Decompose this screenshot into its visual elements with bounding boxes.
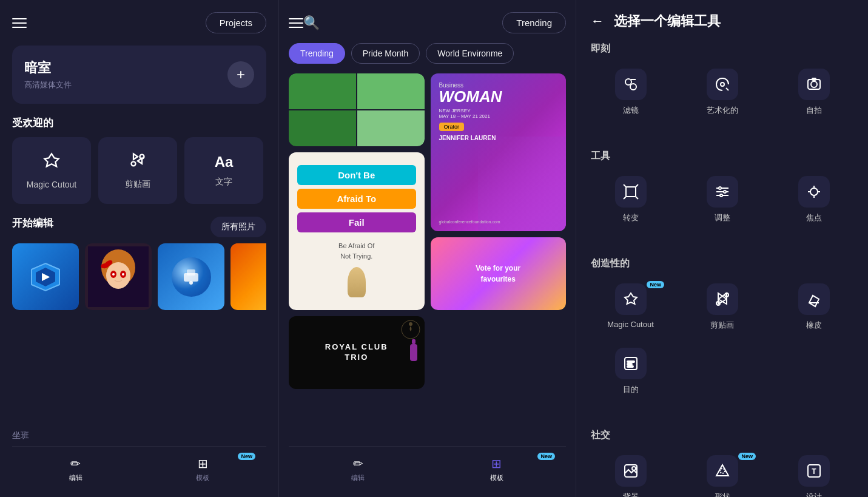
collage-icon-right — [707, 283, 738, 315]
edit-label-mid: 编辑 — [351, 473, 365, 482]
right-title: 选择一个编辑工具 — [614, 12, 721, 30]
nav-edit-left[interactable]: ✏ 编辑 — [12, 454, 140, 485]
tool-eraser[interactable]: 橡皮 — [774, 283, 853, 331]
svg-point-1 — [140, 154, 144, 158]
start-edit-title: 开始编辑 — [12, 216, 53, 230]
photo-orange[interactable] — [230, 243, 266, 310]
design-label: 设计 — [806, 492, 822, 497]
svg-point-10 — [112, 273, 115, 276]
mot-line1: Don't Be — [297, 165, 416, 185]
photo-sphere[interactable] — [158, 243, 224, 310]
tool-text[interactable]: Aa 文字 — [184, 137, 263, 204]
svg-point-24 — [721, 83, 724, 86]
add-button[interactable]: + — [227, 61, 254, 88]
photo-blue[interactable]: ▶ — [12, 243, 79, 310]
all-photos-button[interactable]: 所有照片 — [210, 217, 266, 237]
svg-line-32 — [636, 197, 638, 199]
hamburger-menu[interactable] — [12, 18, 27, 28]
social-header: 社交 — [591, 429, 853, 442]
text-label: 文字 — [215, 177, 232, 188]
vote-text: Vote for yourfavourites — [471, 258, 525, 289]
tool-collage-right[interactable]: 剪贴画 — [682, 283, 762, 331]
purpose-icon — [615, 348, 647, 379]
focus-icon — [798, 176, 830, 208]
tool-focus[interactable]: 焦点 — [774, 176, 853, 223]
template-royal-club[interactable]: ROYAL CLUBTRIO — [289, 316, 425, 389]
search-button[interactable]: 🔍 — [303, 15, 320, 31]
svg-text:T: T — [812, 467, 816, 476]
filter-icon — [615, 69, 647, 100]
instant-header: 即刻 — [591, 42, 853, 55]
projects-button-left[interactable]: Projects — [206, 12, 266, 33]
svg-point-7 — [106, 262, 130, 289]
svg-line-29 — [624, 184, 626, 187]
tools-tools-grid: 转变 调整 — [591, 176, 853, 223]
svg-point-39 — [810, 188, 818, 195]
tool-background[interactable]: 背景 — [591, 455, 670, 497]
template-motivational[interactable]: Don't Be Afraid To Fail Be Afraid OfNot … — [289, 152, 425, 310]
mot-line2: Afraid To — [297, 189, 416, 209]
panel-right: ← 选择一个编辑工具 即刻 滤镜 — [576, 0, 868, 497]
nav-edit-mid[interactable]: ✏ 编辑 — [289, 454, 428, 485]
eraser-icon — [798, 283, 830, 315]
svg-point-54 — [720, 468, 725, 473]
template-new-badge: New — [238, 453, 255, 460]
tool-adjust[interactable]: 调整 — [682, 176, 762, 223]
projects-button-mid[interactable]: Trending — [502, 12, 566, 33]
tab-trending[interactable]: Trending — [289, 43, 345, 64]
bw-person-silhouette — [478, 137, 566, 231]
bw-dates: NEW JERSEYMAY 18 – MAY 21 2021 — [439, 108, 558, 119]
template-business-woman[interactable]: Business WOMAN NEW JERSEYMAY 18 – MAY 21… — [431, 73, 567, 231]
collage-icon — [129, 152, 146, 173]
start-edit-header: 开始编辑 所有照片 — [12, 216, 266, 237]
tool-magic-cutout-right[interactable]: New Magic Cutout — [591, 283, 670, 331]
svg-marker-46 — [809, 296, 819, 306]
svg-point-16 — [189, 281, 193, 285]
tool-shape[interactable]: New 形状 — [682, 455, 762, 497]
template-icon: ⊞ — [198, 456, 208, 471]
background-label: 背景 — [623, 492, 639, 497]
svg-point-22 — [630, 84, 636, 90]
tool-selfie[interactable]: 自拍 — [774, 69, 853, 116]
tool-collage[interactable]: 剪贴画 — [98, 137, 177, 204]
hamburger-menu-mid[interactable] — [289, 18, 303, 28]
artistic-label: 艺术化的 — [707, 105, 738, 116]
section-creative: 创造性的 New Magic Cutout — [591, 257, 853, 336]
tool-transform[interactable]: 转变 — [591, 176, 670, 223]
focus-label: 焦点 — [806, 212, 822, 223]
edit-label: 编辑 — [69, 473, 82, 482]
tab-pride[interactable]: Pride Month — [351, 43, 420, 64]
tool-design[interactable]: T 设计 — [774, 455, 853, 497]
template-green-mosaic[interactable] — [289, 73, 425, 146]
mot-person — [348, 267, 366, 297]
template-label: 模板 — [196, 473, 209, 482]
artistic-icon — [707, 69, 738, 100]
photo-anime[interactable] — [85, 243, 152, 310]
svg-line-31 — [624, 197, 626, 199]
background-icon — [615, 455, 647, 487]
template-vote[interactable]: Vote for yourfavourites — [431, 237, 567, 310]
adjust-icon — [707, 176, 738, 208]
left-bottom-nav: ✏ 编辑 New ⊞ 模板 — [12, 446, 266, 485]
selfie-label: 自拍 — [806, 105, 822, 116]
magic-cutout-label: Magic Cutout — [27, 180, 76, 189]
right-header: ← 选择一个编辑工具 — [591, 12, 853, 30]
edit-icon-mid: ✏ — [353, 456, 363, 471]
tool-filter[interactable]: 滤镜 — [591, 69, 670, 116]
nav-template-left[interactable]: New ⊞ 模板 — [140, 454, 267, 485]
tool-magic-cutout[interactable]: Magic Cutout — [12, 137, 91, 204]
bw-website: globalconferencefoundation.com — [439, 220, 500, 224]
purpose-tools-grid: 目的 — [591, 348, 853, 395]
bw-orator: Orator — [439, 123, 465, 131]
back-button[interactable]: ← — [591, 13, 604, 29]
purpose-label: 目的 — [623, 384, 639, 395]
tab-world[interactable]: World Environme — [426, 43, 514, 64]
svg-rect-20 — [410, 344, 417, 361]
tool-artistic[interactable]: 艺术化的 — [682, 69, 762, 116]
mid-bottom-nav: ✏ 编辑 New ⊞ 模板 — [289, 446, 566, 485]
nav-template-mid[interactable]: New ⊞ 模板 — [428, 454, 567, 485]
tool-purpose[interactable]: 目的 — [591, 348, 670, 395]
template-icon-mid: ⊞ — [491, 456, 502, 471]
svg-rect-51 — [627, 366, 633, 367]
templates-scroll[interactable]: Business WOMAN NEW JERSEYMAY 18 – MAY 21… — [289, 73, 566, 441]
